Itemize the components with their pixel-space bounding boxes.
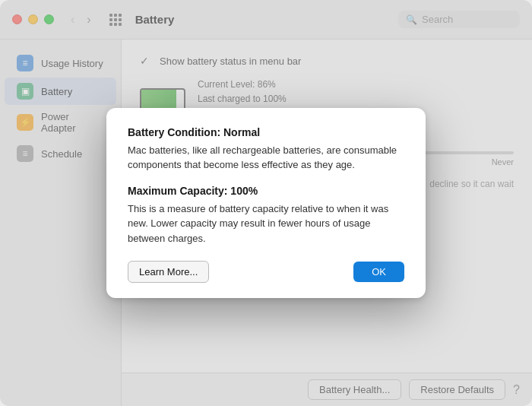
ok-button[interactable]: OK bbox=[353, 262, 404, 282]
condition-section: Battery Condition: Normal Mac batteries,… bbox=[128, 126, 404, 173]
condition-heading: Battery Condition: Normal bbox=[128, 126, 404, 138]
modal-overlay: Battery Condition: Normal Mac batteries,… bbox=[0, 0, 532, 406]
capacity-heading: Maximum Capacity: 100% bbox=[128, 185, 404, 197]
condition-text: Mac batteries, like all rechargeable bat… bbox=[128, 143, 404, 173]
modal-dialog: Battery Condition: Normal Mac batteries,… bbox=[106, 108, 426, 299]
capacity-text: This is a measure of battery capacity re… bbox=[128, 201, 404, 246]
capacity-section: Maximum Capacity: 100% This is a measure… bbox=[128, 185, 404, 246]
modal-footer: Learn More... OK bbox=[128, 261, 404, 283]
learn-more-button[interactable]: Learn More... bbox=[128, 261, 209, 283]
